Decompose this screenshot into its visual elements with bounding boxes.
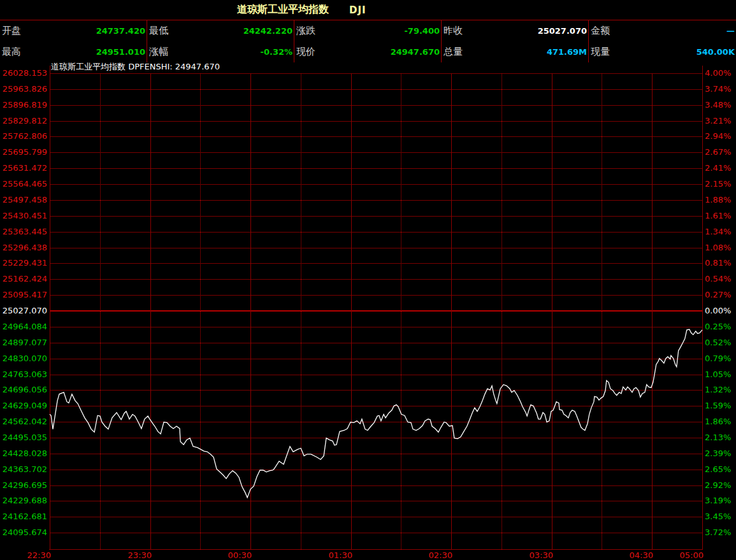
field-value: 24947.670 bbox=[391, 47, 440, 57]
quote-field: 现量540.00K bbox=[589, 41, 736, 62]
time-label: 03:30 bbox=[511, 550, 553, 560]
left-axis-label: 24629.049 bbox=[0, 401, 47, 411]
gridline-horizontal bbox=[50, 327, 702, 327]
right-axis-label: 0.25% bbox=[705, 322, 731, 332]
right-axis-label: 2.15% bbox=[705, 179, 731, 189]
quote-field: 涨幅-0.32% bbox=[147, 41, 294, 62]
field-label: 涨跌 bbox=[296, 25, 315, 37]
field-label: 最低 bbox=[149, 25, 168, 37]
left-axis-label: 24162.681 bbox=[0, 512, 47, 522]
left-axis-label: 25229.431 bbox=[0, 258, 47, 268]
left-axis-label: 25762.806 bbox=[0, 131, 47, 141]
gridline-horizontal bbox=[50, 152, 702, 153]
index-name: 道琼斯工业平均指数 bbox=[237, 3, 329, 17]
field-value: -0.32% bbox=[261, 47, 293, 57]
field-label: 现量 bbox=[591, 46, 610, 58]
price-line-svg bbox=[0, 0, 736, 560]
left-axis-label: 25430.451 bbox=[0, 211, 47, 221]
quote-field: 昨收25027.070 bbox=[442, 20, 588, 41]
right-axis-label: 0.54% bbox=[705, 274, 731, 284]
plot-border-left bbox=[50, 66, 50, 549]
gridline-horizontal bbox=[50, 343, 702, 343]
field-value: — bbox=[726, 26, 735, 36]
right-axis-label: 1.34% bbox=[705, 227, 731, 237]
field-value: 24737.420 bbox=[96, 26, 145, 36]
stock-quote-screen: 道琼斯工业平均指数 DJI 开盘24737.420最高24951.010最低24… bbox=[0, 0, 736, 560]
gridline-horizontal bbox=[50, 517, 702, 517]
gridline-hour bbox=[552, 73, 552, 549]
right-axis-label: 1.05% bbox=[705, 370, 731, 380]
quote-field: 金额— bbox=[589, 20, 736, 41]
gridline-halfhour-dotted bbox=[301, 73, 301, 549]
field-label: 涨幅 bbox=[149, 46, 168, 58]
gridline-horizontal bbox=[50, 136, 702, 137]
field-value: 24242.220 bbox=[243, 26, 292, 36]
right-axis-label: 2.41% bbox=[705, 163, 731, 173]
time-label: 23:30 bbox=[110, 550, 152, 560]
quote-field: 现价24947.670 bbox=[294, 41, 441, 62]
left-axis-label: 25296.438 bbox=[0, 243, 47, 253]
plot-border-right bbox=[702, 66, 703, 549]
gridline-halfhour-dotted bbox=[401, 73, 401, 549]
left-axis-label: 25829.812 bbox=[0, 116, 47, 126]
quote-header-column: 开盘24737.420最高24951.010 bbox=[0, 20, 147, 62]
left-axis-label: 24830.070 bbox=[0, 354, 47, 364]
right-axis-label: 3.45% bbox=[705, 512, 731, 522]
field-label: 金额 bbox=[591, 25, 610, 37]
prev-close-line bbox=[50, 310, 702, 312]
gridline-horizontal bbox=[50, 121, 702, 122]
time-label: 00:30 bbox=[210, 550, 252, 560]
quote-field: 涨跌-79.400 bbox=[294, 20, 441, 41]
left-axis-label: 24562.042 bbox=[0, 417, 47, 427]
right-axis-label: 1.61% bbox=[705, 211, 731, 221]
gridline-horizontal bbox=[50, 533, 702, 533]
gridline-horizontal bbox=[50, 200, 702, 201]
left-axis-label: 24296.695 bbox=[0, 480, 47, 491]
right-axis-label: 1.88% bbox=[705, 195, 731, 205]
time-label: 22:30 bbox=[9, 550, 51, 560]
gridline-horizontal bbox=[50, 422, 702, 422]
time-label: 04:30 bbox=[611, 550, 653, 560]
field-value: 540.00K bbox=[696, 47, 735, 57]
right-axis-label: 3.72% bbox=[705, 528, 731, 538]
quote-field: 总量471.69M bbox=[442, 41, 588, 62]
gridline-hour bbox=[451, 73, 452, 549]
left-axis-label: 24095.674 bbox=[0, 528, 47, 538]
left-axis-label: 24964.084 bbox=[0, 322, 47, 332]
quote-header-column: 涨跌-79.400现价24947.670 bbox=[294, 20, 442, 62]
gridline-horizontal bbox=[50, 168, 702, 169]
time-label: 01:30 bbox=[310, 550, 352, 560]
left-axis-label: 25162.424 bbox=[0, 274, 47, 284]
title-bar: 道琼斯工业平均指数 DJI bbox=[0, 0, 736, 20]
field-value: 24951.010 bbox=[96, 47, 145, 57]
left-axis-label: 26028.153 bbox=[0, 68, 47, 78]
left-axis-label: 24363.702 bbox=[0, 464, 47, 475]
index-symbol: DJI bbox=[349, 4, 366, 16]
time-label: 05:00 bbox=[661, 550, 704, 560]
field-value: 471.69M bbox=[547, 47, 587, 57]
right-axis-label: 0.81% bbox=[705, 258, 731, 268]
left-axis-label: 25564.465 bbox=[0, 179, 47, 189]
left-axis-label: 25497.458 bbox=[0, 195, 47, 205]
left-axis-label: 24495.035 bbox=[0, 433, 47, 443]
plot-border-bottom bbox=[49, 549, 703, 550]
left-axis-label: 25027.070 bbox=[0, 306, 47, 316]
quote-field: 最低24242.220 bbox=[147, 20, 294, 41]
quote-field: 最高24951.010 bbox=[0, 41, 147, 62]
gridline-horizontal bbox=[50, 263, 702, 264]
price-line bbox=[50, 329, 702, 498]
field-value: -79.400 bbox=[404, 26, 440, 36]
gridline-horizontal bbox=[50, 438, 702, 438]
right-axis-label: 0.79% bbox=[705, 354, 731, 364]
field-value: 25027.070 bbox=[538, 26, 587, 36]
field-label: 现价 bbox=[296, 46, 315, 58]
right-axis-label: 1.08% bbox=[705, 243, 731, 253]
right-axis-label: 0.27% bbox=[705, 290, 731, 300]
gridline-hour bbox=[652, 73, 653, 549]
right-axis-label: 2.13% bbox=[705, 433, 731, 443]
left-axis-label: 25695.799 bbox=[0, 147, 47, 157]
gridline-horizontal bbox=[50, 375, 702, 375]
right-axis-label: 0.00% bbox=[705, 306, 731, 316]
gridline-halfhour-dotted bbox=[100, 73, 101, 549]
right-axis-label: 2.94% bbox=[705, 131, 731, 141]
